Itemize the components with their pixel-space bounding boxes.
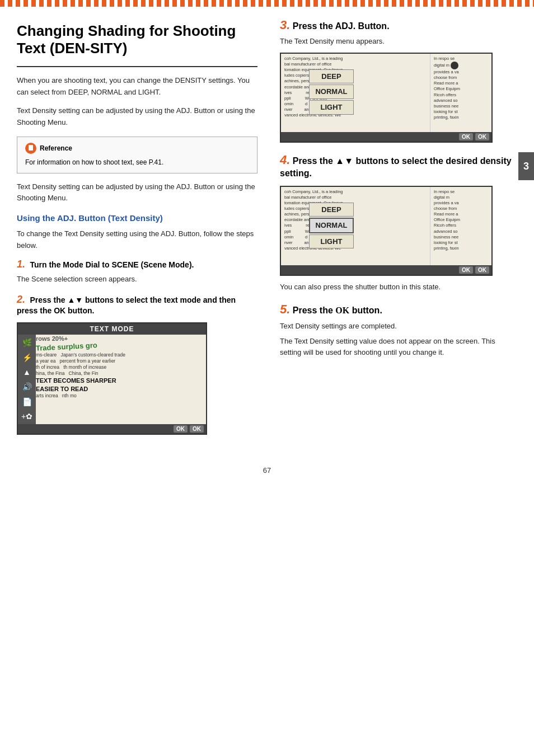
step-5-body1: Text Density settings are completed.	[280, 321, 515, 332]
density-ok-btn-1b: OK	[475, 133, 489, 140]
intro-text-2: Text Density setting can be adjusted by …	[17, 105, 257, 129]
ok-btn-2: OK	[190, 425, 204, 433]
density-options-1: DEEP NORMAL LIGHT	[309, 69, 354, 116]
density-light-2: LIGHT	[309, 234, 354, 249]
step-4-number: 4.	[280, 153, 290, 167]
density-ok-bar-2: OK OK	[281, 265, 491, 275]
step-4-body: You can also press the shutter button in…	[280, 281, 515, 293]
chapter-tab: 3	[518, 152, 534, 180]
camera-ok-bar: OK OK	[18, 424, 206, 434]
top-border	[0, 0, 534, 7]
density-right-2: In respo se digital m provides a va choo…	[430, 187, 491, 265]
intro-text-1: When you are shooting text, you can chan…	[17, 75, 257, 98]
page-number: 67	[0, 466, 534, 486]
step-2: 2. Press the ▲▼ buttons to select the te…	[17, 294, 257, 435]
density-screen-2: coh Company, Ltd., is a leading bal manu…	[280, 186, 493, 276]
reference-text: For information on how to shoot text, se…	[25, 157, 249, 167]
intro-text-3: Text Density setting can be adjusted by …	[17, 181, 257, 205]
camera-icon-scene: 🌿	[21, 337, 33, 348]
page-title: Changing Shading for Shooting Text (DEN-…	[17, 22, 257, 57]
camera-screen-header: TEXT MODE	[18, 323, 206, 335]
step-2-title: Press the ▲▼ buttons to select the text …	[17, 295, 236, 316]
step-4-title: Press the ▲▼ buttons to select the desir…	[280, 156, 512, 178]
step-3-body: The Text Density menu appears.	[280, 36, 515, 47]
step-1-number: 1.	[17, 259, 25, 270]
step-3-number: 3.	[280, 18, 290, 32]
density-normal-1: NORMAL	[309, 84, 354, 99]
density-ok-bar-1: OK OK	[281, 132, 491, 142]
density-options-2: DEEP NORMAL LIGHT	[309, 203, 354, 250]
density-screen-1: coh Company, Ltd., is a leading bal manu…	[280, 53, 493, 143]
density-deep-1: DEEP	[309, 69, 354, 84]
step-3-title: Press the ADJ. Button.	[293, 21, 390, 31]
step-3: 3. Press the ADJ. Button. The Text Densi…	[280, 18, 515, 143]
camera-icon-doc: 📄	[21, 396, 33, 407]
density-light-1: LIGHT	[309, 100, 354, 115]
step-5-body2: The Text Density setting value does not …	[280, 336, 515, 358]
step-5-number: 5.	[280, 302, 290, 316]
density-ok-btn-2b: OK	[475, 266, 489, 274]
density-right-1: In respo se digital m provides a va choo…	[430, 54, 491, 132]
ok-btn-1: OK	[174, 425, 188, 433]
title-divider	[17, 66, 257, 67]
density-left-1: coh Company, Ltd., is a leading bal manu…	[281, 54, 430, 132]
camera-screen-1: TEXT MODE 🌿 ⚡ ▲ 🔊 📄 +✿ rows 20%+	[17, 322, 207, 435]
reference-icon	[25, 143, 36, 154]
density-normal-2: NORMAL	[309, 218, 354, 233]
step-1-title: Turn the Mode Dial to SCENE (Scene Mode)…	[30, 260, 194, 269]
section-heading: Using the ADJ. Button (Text Density)	[17, 213, 257, 223]
camera-icon-sound: 🔊	[21, 381, 33, 392]
camera-icons-col: 🌿 ⚡ ▲ 🔊 📄 +✿	[18, 335, 36, 424]
step-2-number: 2.	[17, 294, 25, 305]
camera-text-area: rows 20%+ Trade surplus gro ms-cleare Ja…	[36, 335, 206, 424]
step-1: 1. Turn the Mode Dial to SCENE (Scene Mo…	[17, 259, 257, 285]
step-5-title: Press the OK button.	[293, 306, 382, 315]
density-deep-2: DEEP	[309, 203, 354, 217]
density-left-2: coh Company, Ltd., is a leading bal manu…	[281, 187, 430, 265]
section-intro: To change the Text Density setting using…	[17, 228, 257, 252]
chapter-number: 3	[523, 161, 529, 172]
right-column: 3. Press the ADJ. Button. The Text Densi…	[274, 18, 515, 444]
reference-header: Reference	[25, 143, 249, 154]
left-column: Changing Shading for Shooting Text (DEN-…	[17, 18, 257, 444]
density-ok-btn-2a: OK	[459, 266, 473, 274]
camera-icon-plus: +✿	[21, 411, 33, 422]
reference-box: Reference For information on how to shoo…	[17, 137, 257, 173]
reference-label: Reference	[40, 143, 72, 153]
density-ok-btn-1a: OK	[459, 133, 473, 140]
step-1-body: The Scene selection screen appears.	[17, 274, 257, 285]
camera-icon-up: ▲	[21, 367, 33, 378]
step-5: 5. Press the OK button. Text Density set…	[280, 302, 515, 358]
camera-icon-flash: ⚡	[21, 351, 33, 363]
step-4: 4. Press the ▲▼ buttons to select the de…	[280, 153, 515, 292]
